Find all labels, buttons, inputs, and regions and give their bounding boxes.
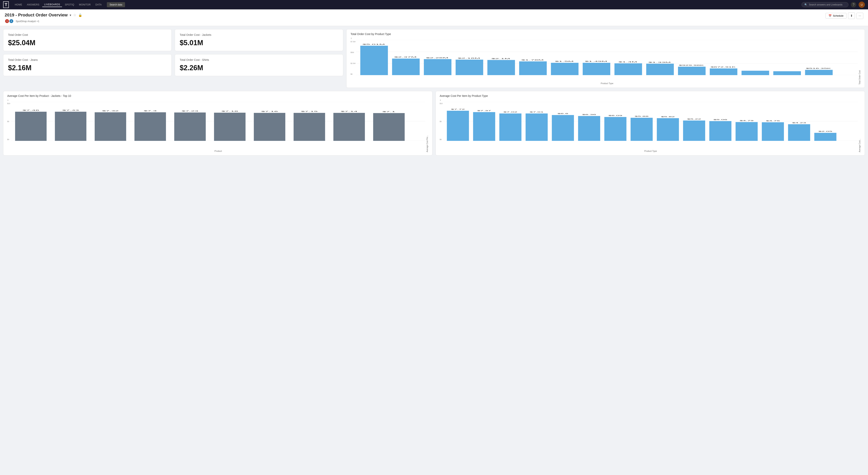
nav-item-spotiq[interactable]: SPOTIQ <box>63 3 76 7</box>
chart2-y-axis-label: Average Cost Per... <box>426 135 428 152</box>
chart3-x-axis-label: Product Type <box>443 150 858 152</box>
chart1-svg: $5.01M $2.37M $2.26M $2.16M $2.1M <box>356 40 858 75</box>
svg-text:$7.1: $7.1 <box>382 111 396 113</box>
svg-text:$2.05: $2.05 <box>818 130 832 132</box>
svg-rect-54 <box>95 112 126 141</box>
svg-rect-62 <box>254 113 285 141</box>
avatar-2: A <box>9 19 14 24</box>
schedule-button[interactable]: 📅 Schedule <box>826 13 846 19</box>
kpi-value-1: $25.04M <box>8 39 167 47</box>
chart3-y-axis-label: Average Cost... <box>859 139 861 152</box>
svg-rect-8 <box>424 59 452 75</box>
svg-rect-18 <box>583 63 610 75</box>
svg-text:$516.35K: $516.35K <box>806 68 831 69</box>
svg-text:$7.01: $7.01 <box>530 111 544 113</box>
calendar-icon: 📅 <box>829 14 832 17</box>
chart2-sort-icon[interactable]: ↓ <box>7 98 428 101</box>
svg-rect-107 <box>762 122 784 141</box>
page-title: 2019 - Product Order Overview <box>5 12 68 18</box>
svg-text:$7.14: $7.14 <box>341 110 358 112</box>
subtitle-text: SpotShop Analyst +1 <box>16 20 39 23</box>
user-avatar[interactable]: U <box>859 2 865 8</box>
svg-rect-89 <box>526 114 548 141</box>
kpi-row-1: Total Order Cost $25.04M Total Order Cos… <box>3 29 343 51</box>
nav-item-answers[interactable]: ANSWERS <box>25 3 41 7</box>
kpi-title-3: Total Order Cost - Jeans <box>8 58 167 61</box>
svg-text:$7.16: $7.16 <box>261 110 278 112</box>
kpi-value-2: $5.01M <box>180 39 338 47</box>
header-actions: 📅 Schedule ⬆ ··· <box>826 12 863 19</box>
svg-text:$7.37: $7.37 <box>477 110 491 112</box>
svg-text:$5.22: $5.22 <box>687 118 701 120</box>
svg-rect-85 <box>473 112 495 141</box>
svg-text:$7.32: $7.32 <box>102 110 119 112</box>
chart1-sort-icon[interactable]: ↓ <box>350 36 861 39</box>
svg-rect-95 <box>604 117 626 141</box>
help-icon[interactable]: ? <box>851 2 856 7</box>
svg-text:$7.02: $7.02 <box>503 111 517 113</box>
chart2-title: Average Cost Per Item by Product - Jacke… <box>7 94 428 97</box>
svg-rect-50 <box>15 112 46 141</box>
svg-text:$5.88: $5.88 <box>635 116 649 117</box>
title-caret-icon[interactable]: ▾ <box>70 13 71 17</box>
svg-rect-12 <box>488 60 515 75</box>
svg-rect-83 <box>447 111 469 141</box>
chart-avg-cost-jackets: Average Cost Per Item by Product - Jacke… <box>3 91 432 156</box>
search-placeholder: Search answers and Liveboards <box>809 3 842 6</box>
svg-rect-93 <box>578 116 600 141</box>
kpi-value-4: $2.26M <box>180 64 338 72</box>
svg-rect-4 <box>361 46 388 75</box>
svg-rect-60 <box>214 113 246 141</box>
svg-text:$7.72: $7.72 <box>451 108 465 110</box>
chart2-x-axis-label: Product <box>11 150 425 152</box>
share-button[interactable]: ⬆ <box>848 12 855 19</box>
svg-rect-10 <box>456 60 483 75</box>
svg-rect-29 <box>773 71 801 75</box>
more-options-button[interactable]: ··· <box>857 13 863 19</box>
nav-item-liveboards[interactable]: LIVEBOARDS <box>42 2 62 7</box>
svg-rect-111 <box>814 133 837 141</box>
kpi-jackets: Total Order Cost - Jackets $5.01M <box>175 29 343 51</box>
kpi-total-order-cost: Total Order Cost $25.04M <box>3 29 172 51</box>
svg-rect-56 <box>134 112 166 141</box>
nav-bar: T HOME ANSWERS LIVEBOARDS SPOTIQ MONITOR… <box>0 0 868 9</box>
search-data-button[interactable]: Search data <box>107 2 125 7</box>
svg-text:$672.91K: $672.91K <box>711 66 736 68</box>
svg-rect-109 <box>788 124 810 141</box>
search-icon: 🔍 <box>804 3 807 6</box>
chart1-y-axis-label: Total Order Cost <box>859 70 861 85</box>
svg-text:$1.5M: $1.5M <box>555 61 574 62</box>
svg-text:$4.75: $4.75 <box>766 120 780 122</box>
chart3-sort-icon[interactable]: ↓ <box>440 98 861 101</box>
svg-rect-66 <box>334 113 365 141</box>
svg-text:$1.49M: $1.49M <box>585 61 608 62</box>
chart3-svg: $7.72 $7.37 $7.02 $7.01 $6.6 <box>443 102 858 141</box>
svg-rect-87 <box>499 114 522 141</box>
svg-rect-101 <box>683 121 705 141</box>
nav-search-box[interactable]: 🔍 Search answers and Liveboards <box>802 2 848 7</box>
svg-rect-52 <box>55 112 87 141</box>
svg-rect-24 <box>678 67 706 75</box>
svg-rect-97 <box>631 118 653 141</box>
svg-text:$6.6: $6.6 <box>557 113 568 115</box>
svg-rect-91 <box>552 115 574 141</box>
svg-rect-16 <box>551 63 579 75</box>
svg-text:$2.37M: $2.37M <box>395 56 417 58</box>
kpi-top-section: Total Order Cost $25.04M Total Order Cos… <box>3 29 343 88</box>
row-1: Total Order Cost $25.04M Total Order Cos… <box>3 29 865 88</box>
svg-text:$929.98K: $929.98K <box>679 65 704 66</box>
svg-rect-26 <box>710 68 738 75</box>
dashboard: Total Order Cost $25.04M Total Order Cos… <box>0 26 868 475</box>
star-icon[interactable]: ☆ <box>73 13 76 17</box>
kpi-value-3: $2.16M <box>8 64 167 72</box>
svg-text:$7.43: $7.43 <box>62 109 79 111</box>
svg-rect-20 <box>615 63 642 75</box>
nav-item-home[interactable]: HOME <box>13 3 24 7</box>
svg-text:$1.78M: $1.78M <box>522 59 544 61</box>
chart2-svg: $7.46 $7.43 $7.32 $7.3 $7.23 <box>11 102 425 141</box>
nav-item-monitor[interactable]: MONITOR <box>77 3 93 7</box>
svg-rect-22 <box>646 64 674 75</box>
nav-item-data[interactable]: DATA <box>94 3 104 7</box>
svg-text:$4.79: $4.79 <box>740 120 753 122</box>
kpi-title-1: Total Order Cost <box>8 33 167 36</box>
